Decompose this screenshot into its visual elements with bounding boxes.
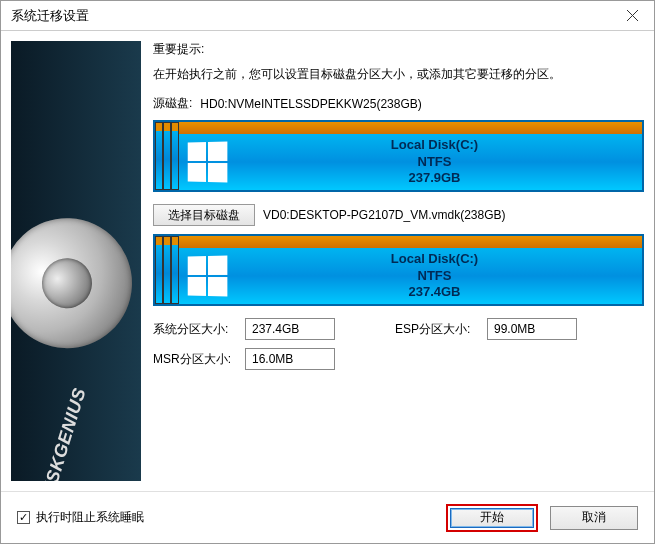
prevent-sleep-checkbox[interactable]: ✓ 执行时阻止系统睡眠	[17, 509, 144, 526]
select-target-disk-button[interactable]: 选择目标磁盘	[153, 204, 255, 226]
footer: ✓ 执行时阻止系统睡眠 开始 取消	[1, 491, 654, 543]
target-part-title: Local Disk(C:)	[227, 251, 642, 268]
cancel-button[interactable]: 取消	[550, 506, 638, 530]
window-title: 系统迁移设置	[11, 7, 610, 25]
target-stripe	[179, 236, 642, 248]
esp-size-row: ESP分区大小:	[395, 318, 577, 340]
esp-size-label: ESP分区大小:	[395, 321, 481, 338]
window-body: DISKGENIUS 重要提示: 在开始执行之前，您可以设置目标磁盘分区大小，或…	[1, 31, 654, 491]
content-pane: 重要提示: 在开始执行之前，您可以设置目标磁盘分区大小，或添加其它要迁移的分区。…	[153, 41, 644, 481]
target-disk-row: 选择目标磁盘 VD0:DESKTOP-PG2107D_VM.vmdk(238GB…	[153, 204, 644, 226]
checkbox-label: 执行时阻止系统睡眠	[36, 509, 144, 526]
close-button[interactable]	[610, 1, 654, 30]
esp-size-input[interactable]	[487, 318, 577, 340]
windows-icon	[188, 141, 228, 182]
target-content: Local Disk(C:) NTFS 237.4GB	[179, 248, 642, 304]
migration-settings-window: 系统迁移设置 DISKGENIUS 重要提示: 在开始执行之前，您可以设置目标磁…	[0, 0, 655, 544]
msr-size-label: MSR分区大小:	[153, 351, 239, 368]
sys-size-row: 系统分区大小:	[153, 318, 335, 340]
target-disk-bar[interactable]: Local Disk(C:) NTFS 237.4GB	[153, 234, 644, 306]
source-disk-row: 源磁盘: HD0:NVMeINTELSSDPEKKW25(238GB)	[153, 95, 644, 112]
target-sliver-1	[155, 236, 163, 304]
start-button[interactable]: 开始	[450, 508, 534, 528]
hdd-graphic	[11, 175, 141, 418]
source-sliver-1	[155, 122, 163, 190]
size-fields: 系统分区大小: ESP分区大小:	[153, 318, 644, 340]
source-disk-name: HD0:NVMeINTELSSDPEKKW25(238GB)	[200, 97, 421, 111]
target-sliver-2	[163, 236, 171, 304]
size-fields-2: MSR分区大小:	[153, 348, 644, 370]
titlebar: 系统迁移设置	[1, 1, 654, 31]
source-sliver-2	[163, 122, 171, 190]
target-sliver-3	[171, 236, 179, 304]
source-content: Local Disk(C:) NTFS 237.9GB	[179, 134, 642, 190]
target-main-partition: Local Disk(C:) NTFS 237.4GB	[179, 236, 642, 304]
source-part-title: Local Disk(C:)	[227, 137, 642, 154]
source-sliver-3	[171, 122, 179, 190]
checkbox-box: ✓	[17, 511, 30, 524]
msr-size-row: MSR分区大小:	[153, 348, 335, 370]
source-stripe	[179, 122, 642, 134]
sidebar-graphic: DISKGENIUS	[11, 41, 141, 481]
target-partition-info: Local Disk(C:) NTFS 237.4GB	[227, 251, 642, 302]
close-icon	[627, 10, 638, 21]
sys-size-label: 系统分区大小:	[153, 321, 239, 338]
target-part-fs: NTFS	[227, 268, 642, 285]
source-part-fs: NTFS	[227, 154, 642, 171]
sys-size-input[interactable]	[245, 318, 335, 340]
msr-size-input[interactable]	[245, 348, 335, 370]
hdd-platter	[11, 200, 141, 367]
start-button-highlight: 开始	[446, 504, 538, 532]
source-partition-info: Local Disk(C:) NTFS 237.9GB	[227, 137, 642, 188]
hint-text: 在开始执行之前，您可以设置目标磁盘分区大小，或添加其它要迁移的分区。	[153, 66, 644, 83]
source-part-size: 237.9GB	[227, 170, 642, 187]
target-part-size: 237.4GB	[227, 284, 642, 301]
target-disk-name: VD0:DESKTOP-PG2107D_VM.vmdk(238GB)	[263, 208, 506, 222]
source-main-partition: Local Disk(C:) NTFS 237.9GB	[179, 122, 642, 190]
source-disk-label: 源磁盘:	[153, 95, 192, 112]
source-disk-bar[interactable]: Local Disk(C:) NTFS 237.9GB	[153, 120, 644, 192]
windows-icon	[188, 255, 228, 296]
hint-title: 重要提示:	[153, 41, 644, 58]
